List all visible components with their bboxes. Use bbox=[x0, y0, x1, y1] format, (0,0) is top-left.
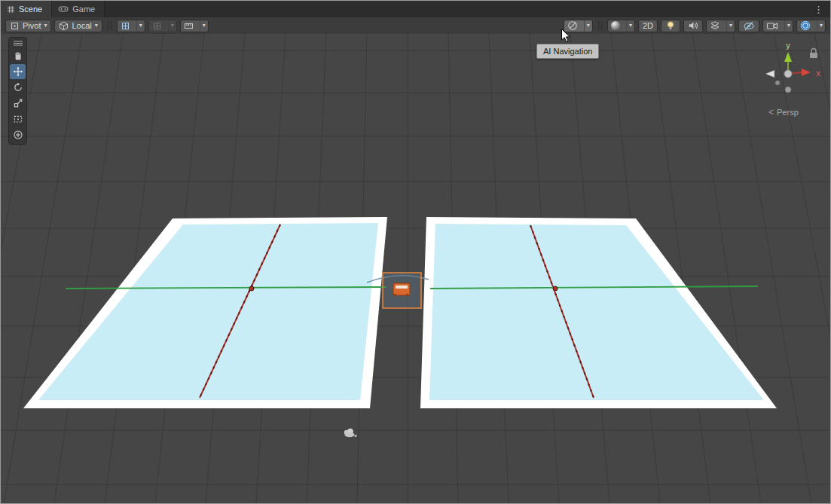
transform-icon bbox=[13, 130, 23, 140]
rect-tool-button[interactable] bbox=[10, 111, 26, 127]
tab-overflow-menu-icon[interactable]: ⋮ bbox=[810, 1, 827, 17]
rotate-icon bbox=[13, 82, 23, 93]
projection-toggle[interactable]: < Persp bbox=[768, 107, 799, 118]
eye-slash-icon bbox=[743, 20, 755, 32]
center-marker-right bbox=[553, 286, 558, 291]
chevron-down-icon[interactable]: ▾ bbox=[200, 20, 208, 32]
tab-scene-label: Scene bbox=[19, 5, 42, 14]
tab-scene[interactable]: Scene bbox=[1, 1, 52, 17]
scene-visibility-toggle[interactable] bbox=[738, 20, 759, 32]
toolbar-right-group: ▾ ▾ 2D bbox=[564, 20, 826, 32]
grid-snap-secondary-toggle[interactable]: ▾ bbox=[148, 20, 177, 32]
camera-icon bbox=[763, 20, 781, 32]
x-axis-label: x bbox=[816, 69, 820, 78]
pivot-dropdown[interactable]: Pivot ▾ bbox=[5, 20, 51, 32]
chevron-down-icon: ▾ bbox=[44, 23, 47, 29]
move-tool-button[interactable] bbox=[10, 64, 26, 79]
chevron-left-icon: < bbox=[768, 107, 774, 118]
lighting-toggle[interactable] bbox=[661, 20, 680, 32]
lightbulb-icon bbox=[665, 20, 676, 31]
projection-label: Persp bbox=[777, 108, 799, 117]
shading-mode-dropdown[interactable]: ▾ bbox=[607, 20, 635, 32]
bed-sprite-leg bbox=[406, 294, 408, 296]
scene-grid bbox=[1, 34, 830, 503]
grid-icon bbox=[149, 20, 165, 32]
2d-toggle[interactable]: 2D bbox=[638, 20, 658, 32]
chevron-down-icon[interactable]: ▾ bbox=[626, 20, 634, 32]
y-axis-cone[interactable] bbox=[784, 52, 792, 62]
grid-icon bbox=[118, 20, 133, 32]
snap-ruler-icon bbox=[181, 20, 197, 32]
snap-increment-dropdown[interactable]: ▾ bbox=[180, 20, 209, 32]
move-icon bbox=[13, 66, 23, 77]
gizmo-center-ball[interactable] bbox=[784, 70, 792, 78]
scene-grid-icon bbox=[7, 5, 15, 14]
neg-z-axis-ball[interactable] bbox=[775, 81, 780, 85]
camera-settings-dropdown[interactable]: ▾ bbox=[762, 20, 793, 32]
hand-icon bbox=[13, 50, 23, 61]
court-left[interactable] bbox=[23, 217, 387, 408]
chevron-down-icon[interactable]: ▾ bbox=[168, 20, 176, 32]
bed-sprite-pillow bbox=[396, 286, 408, 289]
rotate-tool-button[interactable] bbox=[10, 80, 26, 95]
neg-x-axis-cone[interactable] bbox=[765, 70, 774, 78]
chevron-down-icon[interactable]: ▾ bbox=[817, 20, 825, 32]
effects-dropdown[interactable]: ▾ bbox=[706, 20, 735, 32]
y-axis-label: y bbox=[786, 41, 790, 50]
2d-toggle-label: 2D bbox=[643, 21, 653, 30]
scene-viewport[interactable] bbox=[1, 34, 830, 503]
bed-sprite-icon[interactable] bbox=[393, 283, 410, 295]
mouse-cursor bbox=[561, 29, 572, 44]
orientation-gizmo[interactable]: y x bbox=[752, 38, 827, 114]
court-left-surface[interactable] bbox=[38, 223, 378, 400]
center-marker-left bbox=[249, 286, 254, 291]
tab-game-label: Game bbox=[72, 5, 95, 14]
transform-tool-button[interactable] bbox=[10, 127, 26, 142]
toolbar-separator bbox=[108, 21, 112, 31]
tab-game[interactable]: Game bbox=[52, 1, 105, 17]
tab-bar: Scene Game ⋮ bbox=[1, 1, 830, 17]
chevron-down-icon[interactable]: ▾ bbox=[784, 20, 793, 32]
chevron-down-icon[interactable]: ▾ bbox=[584, 20, 592, 32]
scene-canvas[interactable] bbox=[1, 34, 830, 503]
chevron-down-icon[interactable]: ▾ bbox=[136, 20, 145, 32]
court-right-surface[interactable] bbox=[429, 224, 764, 400]
handle-orientation-dropdown[interactable]: Local ▾ bbox=[54, 20, 102, 32]
tooltip: AI Navigation bbox=[536, 44, 599, 59]
pivot-label: Pivot bbox=[23, 21, 41, 30]
tools-overlay bbox=[8, 37, 27, 145]
rect-tool-icon bbox=[13, 114, 23, 124]
toolbar-separator bbox=[598, 21, 602, 31]
scene-view-options-dropdown[interactable]: ▾ bbox=[796, 20, 826, 32]
overlay-drag-handle-icon[interactable] bbox=[10, 39, 26, 47]
grid-snap-toggle[interactable]: ▾ bbox=[117, 20, 145, 32]
scale-tool-button[interactable] bbox=[10, 96, 26, 111]
selected-object[interactable] bbox=[383, 273, 421, 308]
cloud-gizmo-icon[interactable] bbox=[344, 429, 357, 438]
speaker-icon bbox=[688, 20, 698, 31]
tooltip-text: AI Navigation bbox=[543, 47, 592, 56]
orientation-label: Local bbox=[72, 21, 91, 30]
hand-tool-button[interactable] bbox=[10, 48, 26, 63]
bed-sprite-leg bbox=[394, 294, 396, 296]
neg-y-axis-ball[interactable] bbox=[785, 87, 791, 93]
scene-toolbar: Pivot ▾ Local ▾ ▾ ▾ bbox=[1, 17, 830, 34]
scale-icon bbox=[13, 98, 23, 108]
pivot-icon bbox=[10, 21, 20, 31]
gamepad-icon bbox=[58, 5, 69, 13]
chevron-down-icon[interactable]: ▾ bbox=[726, 20, 735, 32]
lock-icon[interactable] bbox=[810, 49, 817, 59]
x-axis-cone[interactable] bbox=[802, 69, 811, 76]
shaded-sphere-icon bbox=[608, 20, 623, 32]
effects-layers-icon bbox=[707, 20, 723, 32]
blue-orb-icon bbox=[797, 20, 814, 32]
chevron-down-icon: ▾ bbox=[95, 23, 98, 29]
local-axis-icon bbox=[59, 21, 69, 31]
audio-toggle[interactable] bbox=[683, 20, 703, 32]
